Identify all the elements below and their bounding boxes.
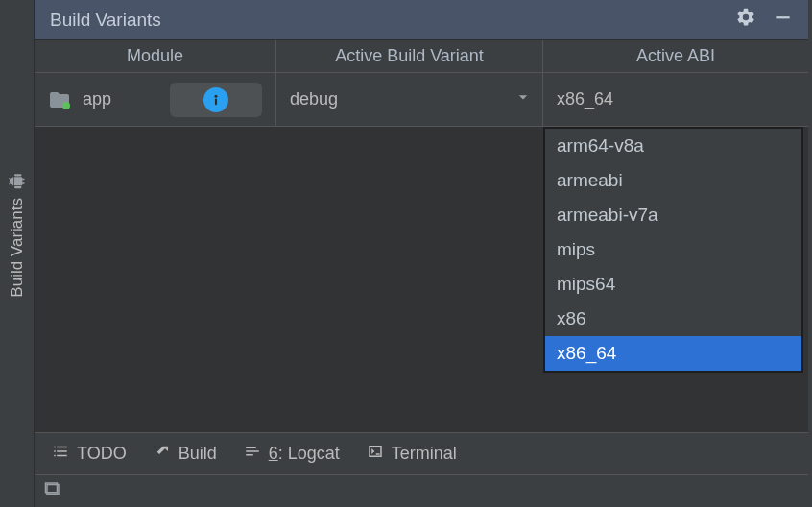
column-header-variant: Active Build Variant [276, 40, 543, 72]
window-icon[interactable] [44, 480, 61, 502]
gear-icon [735, 7, 756, 33]
variant-cell[interactable]: debug [276, 73, 543, 126]
column-header-abi: Active ABI [543, 40, 808, 72]
abi-cell[interactable]: x86_64 [543, 73, 808, 126]
abi-option-x86[interactable]: x86 [545, 302, 801, 336]
minimize-button[interactable] [774, 8, 793, 32]
lines-icon [244, 443, 261, 465]
column-header-module: Module [35, 40, 276, 72]
module-cell[interactable]: app [35, 73, 276, 126]
status-terminal[interactable]: Terminal [367, 443, 457, 465]
terminal-icon [367, 443, 384, 465]
svg-point-2 [215, 94, 218, 97]
info-badge[interactable] [170, 83, 262, 117]
status-logcat[interactable]: 6: Logcat [244, 443, 340, 465]
panel-title: Build Variants [50, 10, 735, 31]
module-row: app debug x86_64 [35, 73, 808, 127]
status-build-label: Build [179, 444, 217, 464]
tool-tab-build-variants[interactable]: Build Variants [8, 173, 27, 298]
abi-option-mips[interactable]: mips [545, 232, 801, 267]
android-icon [8, 173, 27, 190]
columns-header: Module Active Build Variant Active ABI [35, 40, 808, 73]
status-todo[interactable]: TODO [52, 443, 127, 465]
svg-point-1 [62, 102, 70, 109]
abi-option-x86-64[interactable]: x86_64 [545, 336, 801, 371]
folder-icon [48, 88, 71, 111]
status-build[interactable]: Build [154, 443, 217, 465]
status-todo-label: TODO [77, 444, 127, 464]
abi-option-armeabi-v7a[interactable]: armeabi-v7a [545, 198, 801, 232]
svg-rect-0 [776, 16, 789, 18]
status-bar: TODO Build 6: Logcat Terminal [35, 432, 808, 474]
chevron-down-icon [513, 87, 533, 111]
abi-option-arm64-v8a[interactable]: arm64-v8a [545, 129, 801, 163]
tool-tab-label: Build Variants [8, 198, 27, 298]
abi-option-mips64[interactable]: mips64 [545, 267, 801, 302]
abi-option-armeabi[interactable]: armeabi [545, 163, 801, 198]
list-icon [52, 443, 69, 465]
abi-dropdown[interactable]: arm64-v8aarmeabiarmeabi-v7amipsmips64x86… [543, 127, 803, 373]
abi-value: x86_64 [557, 89, 613, 109]
footer-bar [35, 474, 808, 507]
module-name: app [83, 89, 111, 109]
hammer-icon [154, 443, 171, 465]
info-icon [203, 87, 228, 112]
variant-value: debug [290, 89, 338, 109]
svg-rect-3 [215, 98, 217, 105]
status-logcat-label: 6: Logcat [269, 444, 340, 464]
panel-header: Build Variants [35, 0, 808, 40]
left-tool-gutter: Build Variants [0, 0, 35, 507]
status-terminal-label: Terminal [392, 444, 457, 464]
settings-button[interactable] [735, 7, 756, 33]
minimize-icon [774, 8, 793, 32]
